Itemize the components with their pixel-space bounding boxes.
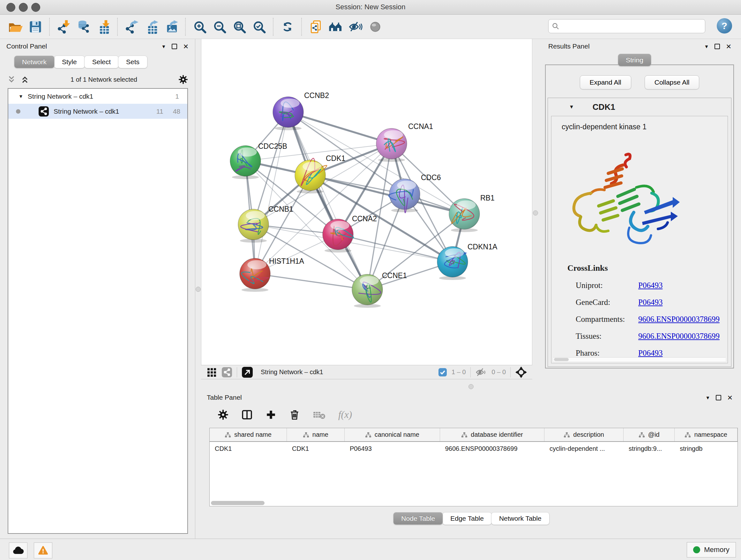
table-cell[interactable]: P06493 [345,445,440,452]
warnings-button[interactable] [34,543,52,558]
tab-string[interactable]: String [618,54,651,66]
results-scrollbar[interactable] [553,357,726,361]
table-cell[interactable]: cyclin-dependent ... [544,445,623,452]
collapse-all-icon[interactable] [7,75,16,84]
table-gear-icon[interactable] [218,409,228,420]
table-cell[interactable]: CDK1 [210,445,287,452]
splitter-handle[interactable] [196,287,201,292]
expand-all-button[interactable]: Expand All [580,75,631,89]
column-header-name[interactable]: name [287,428,345,441]
collapse-all-button[interactable]: Collapse All [645,75,699,89]
tab-network-table[interactable]: Network Table [491,512,549,525]
table-hscrollbar[interactable] [211,501,736,505]
cloud-button[interactable] [9,543,27,558]
network-collection-row[interactable]: ▼ String Network – cdk1 1 [8,89,187,104]
network-node-CCNB2[interactable]: CCNB2 [273,91,329,130]
network-edge-HIST1H1A-CCNE1[interactable] [255,273,367,290]
tab-select[interactable]: Select [84,56,119,68]
crosslink-link[interactable]: 9606.ENSP00000378699 [638,315,720,323]
zoom-in-icon[interactable] [192,18,208,35]
open-docs-icon[interactable] [308,18,324,35]
open-in-window-icon[interactable] [242,367,253,378]
column-header-shared-name[interactable]: shared name [210,428,287,441]
network-node-RB1[interactable]: RB1 [449,194,495,232]
export-network-icon[interactable] [124,18,140,35]
panel-float-icon[interactable] [716,395,721,400]
table-cell[interactable]: stringdb [675,445,738,452]
card-expander-icon[interactable]: ▼ [569,104,574,110]
selected-checkbox-icon[interactable] [438,368,447,377]
network-node-CCNB1[interactable]: CCNB1 [238,205,293,243]
crosslink-link[interactable]: P06493 [638,281,663,290]
search-input[interactable] [562,22,705,30]
tree-expander-icon[interactable]: ▼ [18,94,23,99]
import-network-icon[interactable] [56,18,72,35]
table-plus-icon[interactable] [266,409,276,420]
cloud-icon [12,546,24,555]
tab-network[interactable]: Network [14,56,55,68]
panel-close-icon[interactable]: ✕ [183,43,189,50]
zoom-selected-icon[interactable] [251,18,267,35]
table-row[interactable]: CDK1CDK1P064939606.ENSP00000378699cyclin… [210,442,738,455]
show-panel-icon[interactable] [367,18,384,35]
search-box[interactable] [548,19,705,33]
hidden-eye-icon[interactable] [475,367,487,377]
table-columns-icon[interactable] [241,409,253,420]
network-node-CDC25B[interactable]: CDC25B [230,142,287,179]
network-canvas[interactable]: CCNB2CCNA1CDC25BCDK1CDC6RB1CCNB1CCNA2CDK… [201,39,532,365]
network-edge-CCNB2-CCNA1[interactable] [288,112,392,144]
column-header-description[interactable]: description [544,428,623,441]
open-session-icon[interactable] [7,18,24,35]
expand-all-icon[interactable] [20,75,29,84]
column-header-database-identifier[interactable]: database identifier [440,428,544,441]
memory-button[interactable]: Memory [687,542,736,557]
tab-style[interactable]: Style [54,56,85,68]
import-database-icon[interactable] [75,18,92,35]
panel-float-icon[interactable] [715,44,720,49]
zoom-out-icon[interactable] [211,18,228,35]
panel-menu-icon[interactable]: ▼ [161,44,166,49]
table-trash-icon[interactable] [289,409,300,421]
tab-edge-table[interactable]: Edge Table [442,512,492,525]
zoom-fit-icon[interactable] [231,18,248,35]
network-node-CCNE1[interactable]: CCNE1 [352,271,407,308]
panel-float-icon[interactable] [172,44,177,49]
crosslink-row: GeneCard:P06493 [567,298,728,307]
network-node-label: CCNA1 [408,122,433,131]
panel-close-icon[interactable]: ✕ [727,394,733,401]
splitter-handle[interactable] [533,210,538,215]
grid-mode-icon[interactable] [206,367,217,378]
network-edge-CDK1-RB1[interactable] [310,175,464,214]
panel-close-icon[interactable]: ✕ [726,43,731,50]
column-header-canonical-name[interactable]: canonical name [345,428,440,441]
save-session-icon[interactable] [27,18,44,35]
network-node-CDK1[interactable]: CDK1 [295,154,345,193]
column-header-namespace[interactable]: namespace [675,428,738,441]
hide-panel-icon[interactable] [347,18,364,35]
share-view-icon[interactable] [221,367,232,378]
panel-menu-icon[interactable]: ▼ [705,395,711,400]
table-cell[interactable]: stringdb:9... [623,445,675,452]
help-button[interactable]: ? [717,18,732,34]
crosshair-move-icon[interactable] [515,366,527,378]
gear-icon[interactable] [179,75,188,84]
tab-sets[interactable]: Sets [118,56,147,68]
network-row[interactable]: String Network – cdk1 11 48 [8,104,187,119]
network-node-CDKN1A[interactable]: CDKN1A [437,243,497,280]
table-cell[interactable]: CDK1 [287,445,345,452]
export-image-icon[interactable] [163,18,180,35]
column-header-@id[interactable]: @id [623,428,675,441]
crosslink-link[interactable]: P06493 [638,298,663,307]
splitter-handle[interactable] [468,384,474,389]
network-edge-CCNB2-HIST1H1A[interactable] [255,112,288,273]
table-cell[interactable]: 9606.ENSP00000378699 [440,445,544,452]
panel-menu-icon[interactable]: ▼ [704,44,709,49]
tab-node-table[interactable]: Node Table [393,512,443,525]
refresh-icon[interactable] [279,18,296,35]
network-node-HIST1H1A[interactable]: HIST1H1A [240,257,305,292]
export-table-icon[interactable] [143,18,160,35]
import-table-icon[interactable] [95,18,112,35]
crosslink-link[interactable]: P06493 [638,349,663,357]
crosslink-link[interactable]: 9606.ENSP00000378699 [638,332,720,340]
home-multiple-icon[interactable] [327,18,344,35]
